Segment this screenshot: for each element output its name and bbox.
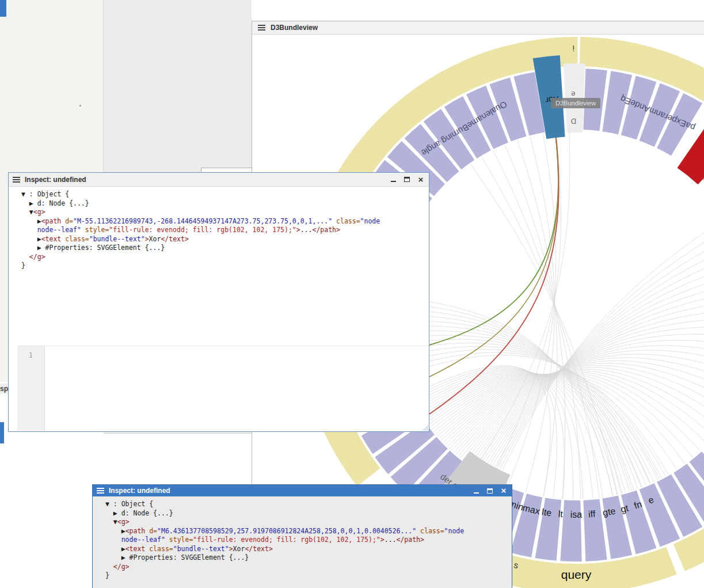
bundle-link [492,232,704,479]
code-editor[interactable]: 1 [17,346,428,431]
window-fragment-left [0,422,4,443]
ring-label: isa [570,510,583,519]
ring-label: i [573,44,574,53]
tree-line[interactable]: </g> [105,563,507,572]
tree-line[interactable]: ▶ d: Node {...} [21,199,424,208]
tooltip: D3Bundleview [551,98,600,108]
tree-line[interactable]: ▼ : Object { [21,190,424,199]
bundle-link [451,361,704,450]
maximize-button[interactable] [403,176,411,184]
tree-line[interactable]: ▶ d: Node {...} [105,509,507,518]
menu-icon[interactable] [97,490,104,491]
ring-label: e [571,90,575,98]
window-fragment-top-left [0,0,6,17]
tree-line[interactable]: ▶ #Properties: SVGGElement {...} [105,553,507,563]
inspector-window-2: Inspect: undefined × ▼ : Object { ▶ d: N… [92,484,512,588]
inspector1-titlebar[interactable]: Inspect: undefined × [9,173,429,187]
maximize-button[interactable] [486,487,494,495]
tree-line[interactable]: ▼<g> [21,208,424,217]
window-title: D3Bundleview [271,24,318,32]
canvas-dot [79,105,81,107]
tree-line[interactable]: ▶<text class="bundle--text">Xor</text> [105,545,507,554]
tree-line[interactable]: node--leaf" style="fill-rule: evenodd; f… [21,226,424,235]
tree-line[interactable]: } [21,261,424,271]
tree-line[interactable]: ▼<g> [105,518,507,527]
inspector-window-1: Inspect: undefined × ▼ : Object { ▶ d: N… [8,172,429,432]
tree-line[interactable]: ▶<path d="M6.436137708598529,257.9197086… [105,527,507,536]
bundle-link [489,241,704,477]
tree-line[interactable]: ▼ : Object { [105,500,507,509]
desktop: { "bundleview": { "title": "D3Bundleview… [0,0,704,588]
bundle-link [494,223,704,480]
tree-line[interactable]: ▶ #Properties: SVGGElement {...} [21,244,424,253]
minimize-button[interactable] [389,176,397,184]
close-button[interactable]: × [417,176,425,184]
tree-line[interactable]: </g> [21,253,424,262]
bundle-link [482,157,599,498]
menu-icon[interactable] [258,27,265,28]
tree-line[interactable]: } [105,571,507,581]
minimize-button[interactable] [472,487,480,495]
window-title: Inspect: undefined [109,487,467,495]
tree-line[interactable]: ▶<path d="M-55.11362216989743,-268.14464… [21,217,424,226]
close-button[interactable]: × [500,487,508,495]
ring-label: D [571,117,577,126]
tree-line[interactable]: ▶<text class="bundle--text">Xor</text> [21,235,424,244]
inspector2-titlebar[interactable]: Inspect: undefined × [93,485,512,496]
tree-line[interactable]: node--leaf" style="fill-rule: evenodd; f… [105,536,507,545]
menu-icon[interactable] [13,179,20,180]
bundle-link [517,141,557,496]
resize-grip[interactable] [422,424,428,431]
bundleview-titlebar[interactable]: D3Bundleview [252,21,704,35]
ring-label: query [561,568,592,581]
window-title: Inspect: undefined [25,176,385,184]
ring-label: iff [588,509,596,519]
ring-label: lte [541,507,552,518]
bundle-link [486,250,704,476]
ring-label: gte [602,506,617,518]
object-tree: ▼ : Object { ▶ d: Node {...} ▼<g> ▶<path… [93,496,512,581]
partial-window-title: sp [0,384,8,394]
line-number-gutter: 1 [17,346,45,431]
ring-label: lt [558,509,564,519]
object-tree: ▼ : Object { ▶ d: Node {...} ▼<g> ▶<path… [9,187,429,271]
